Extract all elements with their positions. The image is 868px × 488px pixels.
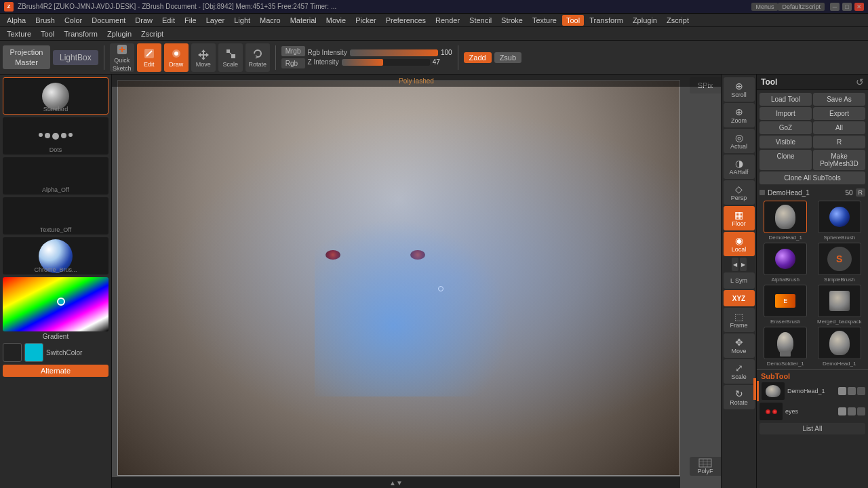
- projection-master-button[interactable]: Projection Master: [3, 45, 50, 69]
- menu-alpha[interactable]: Alpha: [3, 15, 30, 26]
- zoom-button[interactable]: ⊕ Zoom: [724, 103, 755, 127]
- all-button[interactable]: All: [813, 121, 865, 134]
- color-palette[interactable]: [3, 277, 108, 331]
- menu-preferences[interactable]: Preferences: [382, 15, 430, 26]
- actual-button[interactable]: ◎ Actual: [724, 129, 755, 153]
- draw-button[interactable]: Draw: [164, 43, 189, 72]
- dots-brush[interactable]: Dots: [3, 117, 108, 155]
- subtool-lock-icon[interactable]: [848, 387, 856, 395]
- menu-transform[interactable]: Transform: [585, 15, 627, 26]
- local-button[interactable]: ◉ Local: [724, 232, 755, 256]
- simplebrush-item[interactable]: S SimpleBrush: [814, 243, 866, 283]
- menu-tool[interactable]: Tool: [562, 15, 584, 26]
- tool-menu[interactable]: Tool: [37, 28, 58, 39]
- demohead2-item[interactable]: DemoHead_1: [814, 327, 866, 367]
- menu-brush[interactable]: Brush: [31, 15, 59, 26]
- 3d-viewport[interactable]: [118, 81, 679, 475]
- lightbox-button[interactable]: LightBox: [53, 50, 98, 65]
- zplugin-menu[interactable]: Zplugin: [103, 28, 136, 39]
- menus-button[interactable]: Menus: [751, 3, 778, 11]
- r-button[interactable]: R: [813, 136, 865, 148]
- menu-material[interactable]: Material: [286, 15, 321, 26]
- menu-layer[interactable]: Layer: [202, 15, 229, 26]
- menu-zplugin[interactable]: Zplugin: [629, 15, 661, 26]
- menu-stencil[interactable]: Stencil: [465, 15, 496, 26]
- standard-brush[interactable]: Standard: [3, 77, 108, 115]
- save-as-button[interactable]: Save As: [813, 93, 865, 106]
- texture-off-brush[interactable]: Texture_Off: [3, 197, 108, 235]
- merged-backpack-item[interactable]: Merged_backpack: [814, 285, 866, 325]
- rgb-intensity-slider[interactable]: [350, 49, 438, 56]
- floor-button[interactable]: ▦ Floor: [724, 206, 755, 230]
- rgb-button[interactable]: Rgb: [281, 58, 305, 68]
- polyf-button[interactable]: PolyF: [690, 457, 721, 476]
- zscript-menu[interactable]: Zscript: [137, 28, 167, 39]
- clone-all-button[interactable]: Clone All SubTools: [760, 171, 865, 184]
- alphabrush-item[interactable]: AlphaBrush: [760, 243, 812, 283]
- eraserbrush-item[interactable]: E EraserBrush: [760, 285, 812, 325]
- canvas-area[interactable]: SPix PolyF Poly lashed ▲▼: [112, 75, 721, 488]
- clone-button[interactable]: Clone: [760, 150, 812, 170]
- scroll-button[interactable]: ⊕ Scroll: [724, 77, 755, 102]
- menu-stroke[interactable]: Stroke: [497, 15, 527, 26]
- lsym-button[interactable]: L Sym: [724, 272, 755, 289]
- quick-sketch-button[interactable]: Quick Sketch: [110, 43, 134, 72]
- move-button[interactable]: Move: [191, 43, 216, 72]
- menu-edit[interactable]: Edit: [158, 15, 179, 26]
- subtool-vis-icon[interactable]: [838, 387, 846, 395]
- goz-button[interactable]: GoZ: [760, 121, 812, 134]
- demosoldier-item[interactable]: DemoSoldier_1: [760, 327, 812, 367]
- menu-macro[interactable]: Macro: [256, 15, 285, 26]
- menu-texture[interactable]: Texture: [528, 15, 561, 26]
- subtool-demohead[interactable]: DemoHead_1: [757, 381, 868, 401]
- sym-left-arrow[interactable]: ◀: [732, 258, 738, 271]
- aahalf-button[interactable]: ◑ AAHalf: [724, 155, 755, 179]
- menu-picker[interactable]: Picker: [351, 15, 380, 26]
- minimize-button[interactable]: ─: [830, 3, 840, 11]
- menu-movie[interactable]: Movie: [322, 15, 350, 26]
- menu-file[interactable]: File: [180, 15, 201, 26]
- move-button[interactable]: ✥ Move: [724, 333, 755, 358]
- visible-button[interactable]: Visible: [760, 136, 812, 148]
- import-button[interactable]: Import: [760, 107, 812, 120]
- scale-button[interactable]: ⤢ Scale: [724, 359, 755, 384]
- edit-button[interactable]: Edit: [137, 43, 161, 72]
- menu-document[interactable]: Document: [87, 15, 130, 26]
- menu-color[interactable]: Color: [60, 15, 86, 26]
- zadd-button[interactable]: Zadd: [464, 52, 492, 63]
- rotate-strip-button[interactable]: ↻ Rotate: [724, 385, 755, 409]
- export-button[interactable]: Export: [813, 107, 865, 120]
- chrome-brush[interactable]: Chrome_Brus...: [3, 237, 108, 274]
- subtool-eye-lock-icon[interactable]: [848, 407, 856, 415]
- subtool-color-icon[interactable]: [857, 387, 865, 395]
- close-button[interactable]: ✕: [854, 3, 864, 11]
- load-tool-button[interactable]: Load Tool: [760, 93, 812, 106]
- alpha-off-brush[interactable]: Alpha_Off: [3, 157, 108, 195]
- viewport[interactable]: [117, 80, 680, 476]
- subtool-eye-color-icon[interactable]: [857, 407, 865, 415]
- menu-light[interactable]: Light: [230, 15, 254, 26]
- frame-button[interactable]: ⬚ Frame: [724, 308, 755, 332]
- menu-draw[interactable]: Draw: [131, 15, 157, 26]
- menu-zscript[interactable]: Zscript: [663, 15, 693, 26]
- primary-color-swatch[interactable]: [3, 343, 22, 362]
- z-intensity-slider[interactable]: [342, 59, 430, 66]
- spherebrush-item[interactable]: SphereBrush: [814, 201, 866, 241]
- tool-panel-close[interactable]: ↺: [856, 77, 864, 87]
- zsub-button[interactable]: Zsub: [494, 52, 521, 63]
- transform-menu[interactable]: Transform: [60, 28, 102, 39]
- alternate-button[interactable]: Alternate: [3, 365, 108, 377]
- texture-menu[interactable]: Texture: [3, 28, 35, 39]
- mrgb-button[interactable]: Mrgb: [281, 46, 305, 56]
- subtool-eye-vis-icon[interactable]: [838, 407, 846, 415]
- menu-render[interactable]: Render: [431, 15, 464, 26]
- rotate-button[interactable]: Rotate: [245, 43, 270, 72]
- demohead-brush-item[interactable]: DemoHead_1: [760, 201, 812, 241]
- xyz-button[interactable]: XYZ: [724, 290, 755, 306]
- scale-button[interactable]: Scale: [218, 43, 243, 72]
- mesh-r-button[interactable]: R: [856, 188, 866, 197]
- subtool-eyes[interactable]: eyes: [757, 401, 868, 422]
- make-poly-button[interactable]: Make PolyMesh3D: [813, 150, 865, 170]
- persp-button[interactable]: ◇ Persp: [724, 180, 755, 205]
- sym-right-arrow[interactable]: ▶: [740, 258, 747, 271]
